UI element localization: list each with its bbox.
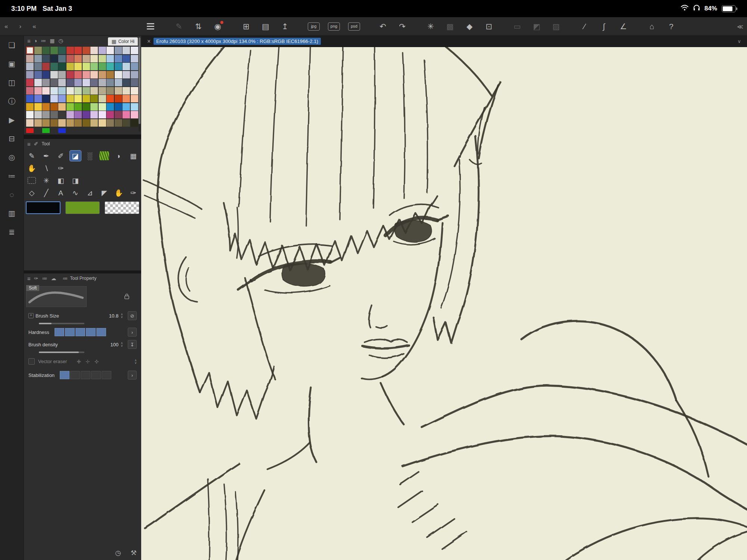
swatch-cell[interactable] [131,79,138,86]
swatch-cell[interactable] [42,95,50,102]
hardness-segments[interactable] [55,328,106,336]
swatch-cell[interactable] [58,87,66,95]
swatch-cell[interactable] [50,63,58,70]
swatch-cell[interactable] [34,71,42,78]
color-panel-scrollbar[interactable] [139,37,140,132]
straight-line-tool-icon[interactable]: ╱ [41,188,52,198]
filter-effect-icon[interactable]: ✳ [425,21,436,32]
swatch-cell[interactable] [26,119,34,127]
swatch-cell[interactable] [83,63,90,70]
swatch-cell[interactable] [34,87,42,95]
swatch-cell[interactable] [50,111,58,118]
swatch-cell[interactable] [123,79,130,86]
sub-view-icon[interactable]: ▣ [6,58,18,69]
edit-pencil-icon[interactable]: ✎ [173,21,185,32]
swatch-cell[interactable] [90,47,98,54]
swatch-cell[interactable] [34,55,42,62]
swatch-cell[interactable] [123,47,130,54]
swatch-cell[interactable] [131,95,138,102]
add-to-property-icon[interactable]: + [28,313,34,318]
swatch-cell[interactable] [74,103,82,111]
close-document-icon[interactable]: × [147,38,151,45]
select-invert-icon[interactable]: ◩ [531,21,542,32]
vector-eraser-mode-touch-icon[interactable]: ✚ [77,359,81,365]
brush-size-stepper[interactable]: ∧∨ [121,313,123,318]
eyedropper-2-tool-icon[interactable]: ✑ [128,188,139,198]
text-tool-icon[interactable]: A [55,188,66,198]
open-file-icon[interactable]: ▤ [260,21,271,32]
swatch-cell[interactable] [83,71,90,78]
hardness-segment[interactable] [96,328,106,336]
main-color-chip[interactable] [26,201,61,214]
tool-property-menu-icon[interactable]: ≡ [27,275,31,282]
information-icon[interactable]: ⓘ [6,96,18,107]
swatch-cell[interactable] [131,119,138,127]
swatch-cell[interactable] [26,79,34,86]
brush-size-slider[interactable] [39,323,84,324]
clip-studio-icon[interactable]: ◉ [212,21,223,32]
swatch-cell[interactable] [115,47,122,54]
swatch-cell[interactable] [90,119,98,127]
swatch-cell[interactable] [50,55,58,62]
airbrush-tool-icon[interactable]: ░ [84,151,96,161]
swatch-cell[interactable] [42,103,50,111]
quick-share-icon[interactable]: ↥ [279,21,291,32]
collapse-right-panels-button[interactable]: ≪ [737,17,743,36]
swatch-cell[interactable] [106,111,114,118]
vector-eraser-checkbox[interactable] [28,358,35,365]
swatch-cell[interactable] [131,47,138,54]
swatch-cell[interactable] [115,95,122,102]
curve-tool-icon[interactable]: ∿ [70,188,81,198]
brush-preset-preview[interactable]: Soft [27,286,138,307]
swatch-cell[interactable] [99,55,106,62]
swatch-cell[interactable] [115,63,122,70]
swatch-cell[interactable] [115,71,122,78]
swatch-cell[interactable] [66,119,74,127]
swatch-cell[interactable] [106,71,114,78]
brush-density-stepper[interactable]: ∧∨ [121,342,123,347]
swatch-cell[interactable] [26,95,34,102]
swatch-cell[interactable] [115,103,122,111]
swatch-cell[interactable] [34,63,42,70]
swatch-cell[interactable] [131,63,138,70]
swatch-cell[interactable] [74,47,82,54]
swatch-footer-cell[interactable] [58,128,66,133]
crop-frame-icon[interactable]: ⊡ [483,21,495,32]
document-tab-title[interactable]: Erofu 260103 (3200 x 4000px 300dpi 134.0… [154,38,321,45]
swatch-cell[interactable] [58,119,66,127]
swatch-cell[interactable] [99,87,106,95]
swatch-cell[interactable] [58,63,66,70]
gradient-fill-tool-icon[interactable]: ◨ [70,175,81,186]
brush-preset-icon[interactable]: ✑ [34,275,38,281]
sub-tool-options-icon[interactable]: ≔ [42,275,47,281]
search-layer-icon[interactable]: ◎ [6,152,18,163]
swatch-cell[interactable] [115,111,122,118]
swatch-cell[interactable] [90,95,98,102]
hand-tool-icon[interactable]: ✋ [26,163,37,173]
swatch-cell[interactable] [83,79,90,86]
swatch-cell[interactable] [50,95,58,102]
swatch-cell[interactable] [42,55,50,62]
operation-tool-icon[interactable]: ∖ [41,163,52,173]
brush-tool-icon[interactable]: ✐ [55,151,66,161]
color-slider-icon[interactable]: ≔ [41,38,46,44]
stabilization-segment[interactable] [70,371,80,379]
swatch-cell[interactable] [50,47,58,54]
swatch-cell[interactable] [83,47,90,54]
vector-eraser-mode-whole-icon[interactable]: ✜ [94,359,99,365]
marquee-select-tool-icon[interactable] [28,177,36,184]
color-panel-menu-icon[interactable]: ≡ [27,38,31,44]
swatch-cell[interactable] [34,47,42,54]
swatch-cell[interactable] [83,103,90,111]
swatch-cell[interactable] [50,71,58,78]
swatch-cell[interactable] [74,63,82,70]
swatch-cell[interactable] [90,79,98,86]
expand-panel-icon[interactable]: › [19,23,21,30]
swatch-cell[interactable] [58,79,66,86]
swatch-cell[interactable] [106,103,114,111]
eraser-tool-icon[interactable]: ◪ [70,151,81,161]
swatch-cell[interactable] [26,63,34,70]
collapse-palette-icon[interactable]: « [32,23,36,30]
swatch-cell[interactable] [50,103,58,111]
swatch-cell[interactable] [99,47,106,54]
